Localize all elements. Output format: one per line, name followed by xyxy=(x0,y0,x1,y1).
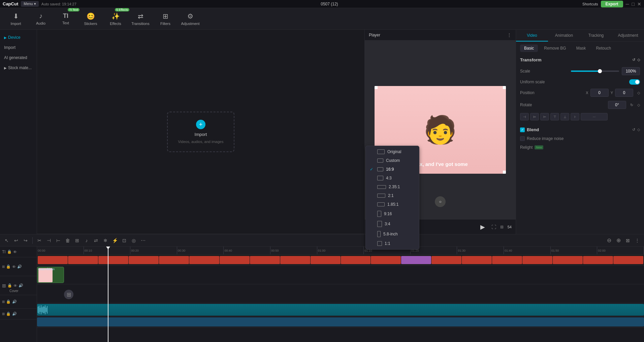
text-clip[interactable] xyxy=(522,256,552,264)
undo-tool[interactable]: ↩ xyxy=(12,236,20,245)
speed-tool[interactable]: ⚡ xyxy=(111,236,119,245)
audio-tool[interactable]: ♪ xyxy=(83,236,91,245)
dropdown-item-custom[interactable]: Custom xyxy=(366,156,419,165)
toolbar-audio[interactable]: ♪ Audio xyxy=(29,9,53,28)
transform-expand-icon[interactable]: ◇ xyxy=(637,58,640,62)
align-text-input[interactable]: ··· xyxy=(581,113,608,120)
fit-icon[interactable]: ⊠ xyxy=(624,236,632,245)
subtab-basic[interactable]: Basic xyxy=(520,45,538,52)
tab-animation[interactable]: Animation xyxy=(548,30,580,41)
tab-adjustment[interactable]: Adjustment xyxy=(612,30,644,41)
text-clip[interactable] xyxy=(371,256,401,264)
text-clip[interactable] xyxy=(311,256,341,264)
menu-button[interactable]: Menu ▾ xyxy=(21,1,39,7)
cover-add-button[interactable]: ⊞ xyxy=(64,290,73,299)
align-right-icon[interactable]: ⊢ xyxy=(540,113,549,120)
toolbar-stickers[interactable]: 😊 Stickers xyxy=(79,9,102,28)
scale-input[interactable] xyxy=(622,67,640,75)
shortcuts-button[interactable]: Shortcuts xyxy=(582,2,598,6)
position-y-input[interactable] xyxy=(615,89,633,97)
align-top-icon[interactable]: ⊤ xyxy=(550,113,559,120)
trim-end-tool[interactable]: ⊢ xyxy=(54,236,62,245)
blend-reset-icon[interactable]: ↺ xyxy=(632,127,635,132)
sidebar-item-ai[interactable]: AI generated xyxy=(0,53,37,63)
toolbar-import[interactable]: ⬇ Import xyxy=(4,9,28,28)
toolbar-adjustment[interactable]: ⚙ Adjustment xyxy=(179,9,202,28)
subtab-retouch[interactable]: Retouch xyxy=(592,45,615,52)
blend-diamond-icon[interactable]: ◇ xyxy=(637,127,640,132)
uniform-scale-toggle[interactable] xyxy=(629,79,640,85)
cover-audio-icon[interactable]: 🔊 xyxy=(19,283,23,288)
more-tool[interactable]: ⋯ xyxy=(139,236,147,245)
toolbar-filters[interactable]: ⊞ Filters xyxy=(154,9,177,28)
text-clip[interactable] xyxy=(583,256,613,264)
cursor-tool[interactable]: ↖ xyxy=(3,236,11,245)
align-center-h-icon[interactable]: ⊨ xyxy=(530,113,539,120)
freeze-tool[interactable]: ❄ xyxy=(101,236,109,245)
subtab-mask[interactable]: Mask xyxy=(572,45,590,52)
dropdown-item-2351[interactable]: 2.35:1 xyxy=(366,182,419,191)
text-clip[interactable] xyxy=(492,256,522,264)
dropdown-item-9-16[interactable]: 9:16 xyxy=(366,209,419,219)
tab-video[interactable]: Video xyxy=(516,30,548,41)
noise-checkbox[interactable] xyxy=(520,136,525,141)
crop-tool[interactable]: ⊞ xyxy=(73,236,81,245)
toolbar-transitions[interactable]: ⇄ Transitions xyxy=(129,9,152,28)
audio2-clip[interactable] xyxy=(37,317,644,326)
audio-lock-icon[interactable]: 🔒 xyxy=(6,300,11,304)
sidebar-item-import[interactable]: Import xyxy=(0,42,37,53)
text-eye-icon[interactable]: 👁 xyxy=(13,250,17,254)
rotate-icon[interactable]: ↻ xyxy=(630,103,633,107)
sidebar-item-device[interactable]: ▶ Device xyxy=(0,32,37,42)
maximize-button[interactable]: □ xyxy=(632,1,635,7)
rotate-input[interactable] xyxy=(608,101,626,109)
audio-clip-main[interactable] xyxy=(37,304,644,316)
position-x-input[interactable] xyxy=(590,89,609,97)
text-clip[interactable] xyxy=(159,256,189,264)
fullscreen-icon[interactable]: ⛶ xyxy=(491,224,496,230)
cover-eye-icon[interactable]: 👁 xyxy=(13,284,17,288)
reverse-tool[interactable]: ⇄ xyxy=(92,236,100,245)
import-drop-zone[interactable]: + Import Videos, audios, and images xyxy=(167,112,234,152)
text-clip[interactable] xyxy=(280,256,310,264)
close-button[interactable]: ✕ xyxy=(637,1,641,7)
text-clip-purple[interactable] xyxy=(401,256,431,264)
subtab-removebg[interactable]: Remove BG xyxy=(540,45,570,52)
redo-tool[interactable]: ↪ xyxy=(22,236,30,245)
dropdown-item-4-3[interactable]: 4:3 xyxy=(366,174,419,182)
dropdown-item-2-1[interactable]: 2:1 xyxy=(366,191,419,200)
dropdown-item-58inch[interactable]: 5.8-inch xyxy=(366,229,419,239)
toolbar-text[interactable]: TI Text TI Text xyxy=(54,9,77,28)
text-clip[interactable] xyxy=(220,256,250,264)
cover-lock-icon[interactable]: 🔒 xyxy=(7,283,12,288)
text-clip[interactable] xyxy=(250,256,280,264)
transform-tool[interactable]: ⊡ xyxy=(120,236,128,245)
scale-slider[interactable] xyxy=(571,70,619,72)
zoom-in-icon[interactable]: ⊕ xyxy=(614,236,622,245)
align-left-icon[interactable]: ⊣ xyxy=(520,113,529,120)
audio-vol-icon[interactable]: 🔊 xyxy=(12,300,17,304)
video-audio-icon[interactable]: 🔊 xyxy=(17,264,22,269)
settings-icon[interactable]: ⊞ xyxy=(500,225,504,229)
text-clip[interactable] xyxy=(553,256,583,264)
align-center-v-icon[interactable]: ⊥ xyxy=(560,113,569,120)
dropdown-item-original[interactable]: Original xyxy=(366,147,419,156)
rotate-diamond-icon[interactable]: ◇ xyxy=(637,103,640,107)
transform-reset-icon[interactable]: ↺ xyxy=(632,58,635,62)
dropdown-item-1851[interactable]: 1.85:1 xyxy=(366,200,419,209)
audio2-lock-icon[interactable]: 🔒 xyxy=(6,312,11,316)
toolbar-effects[interactable]: ✨ Effects 5 Effects xyxy=(104,9,127,28)
minimize-button[interactable]: ─ xyxy=(626,1,629,7)
export-button[interactable]: Export xyxy=(601,1,623,7)
video-eye-icon[interactable]: 👁 xyxy=(12,265,16,269)
text-clip[interactable] xyxy=(68,256,98,264)
text-clip[interactable] xyxy=(462,256,492,264)
text-clip[interactable] xyxy=(189,256,219,264)
dropdown-item-3-4[interactable]: 3:4 xyxy=(366,219,419,229)
stab-tool[interactable]: ◎ xyxy=(130,236,138,245)
text-clip[interactable] xyxy=(341,256,371,264)
player-menu-icon[interactable]: ⋮ xyxy=(507,32,512,38)
audio2-vol-icon[interactable]: 🔊 xyxy=(12,312,17,316)
position-diamond-icon[interactable]: ◇ xyxy=(637,91,640,95)
text-lock-icon[interactable]: 🔒 xyxy=(7,250,12,254)
